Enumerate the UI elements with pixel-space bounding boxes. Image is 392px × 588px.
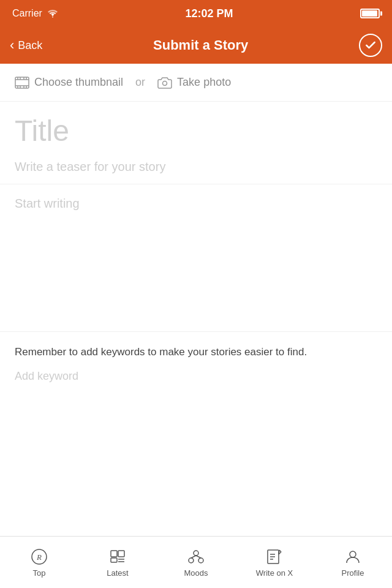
keywords-section: Remember to add keywords to make your st… <box>0 331 392 395</box>
take-photo-button[interactable]: Take photo <box>157 76 231 89</box>
write-svg <box>266 548 283 565</box>
svg-line-23 <box>196 556 201 558</box>
story-placeholder: Start writing <box>15 197 377 211</box>
tab-latest[interactable]: Latest <box>78 543 157 582</box>
nav-bar: ‹ Back Submit a Story <box>0 27 392 64</box>
title-input-area[interactable]: Title <box>0 102 392 154</box>
battery-icon <box>360 9 380 18</box>
or-separator: or <box>135 76 145 89</box>
back-label: Back <box>18 39 42 52</box>
latest-svg <box>109 548 126 565</box>
svg-line-27 <box>279 550 279 554</box>
tab-profile[interactable]: Profile <box>314 543 392 582</box>
chevron-left-icon: ‹ <box>10 37 14 53</box>
keywords-hint: Remember to add keywords to make your st… <box>15 344 377 360</box>
profile-icon <box>344 548 362 566</box>
svg-point-20 <box>189 558 194 563</box>
form-content: Choose thumbnail or Take photo Title Wri… <box>0 64 392 395</box>
tab-write[interactable]: Write on X <box>235 543 314 582</box>
svg-text:R: R <box>36 552 42 562</box>
moods-svg <box>187 548 205 565</box>
choose-thumbnail-button[interactable]: Choose thumbnail <box>15 76 123 89</box>
svg-point-11 <box>163 81 167 85</box>
carrier-label: Carrier <box>12 8 42 19</box>
tab-top[interactable]: R Top <box>0 543 78 582</box>
svg-rect-14 <box>111 551 117 557</box>
top-icon: R <box>30 548 48 566</box>
choose-thumbnail-label: Choose thumbnail <box>34 76 123 89</box>
teaser-input-area[interactable]: Write a teaser for your story <box>0 154 392 184</box>
svg-rect-18 <box>111 558 117 562</box>
tab-moods-label: Moods <box>184 568 208 578</box>
svg-line-22 <box>191 556 196 558</box>
moods-icon <box>187 548 205 566</box>
film-strip-icon <box>15 77 29 89</box>
wifi-icon <box>47 9 58 18</box>
top-svg: R <box>31 548 48 565</box>
film-icon <box>15 77 29 89</box>
latest-icon <box>108 548 127 566</box>
nav-title: Submit a Story <box>153 37 248 53</box>
tab-moods[interactable]: Moods <box>157 543 235 582</box>
write-icon <box>265 548 284 566</box>
svg-point-31 <box>350 551 356 557</box>
tab-bar: R Top Latest Moods <box>0 536 392 588</box>
tab-write-label: Write on X <box>256 568 293 578</box>
profile-svg <box>344 548 361 565</box>
title-placeholder: Title <box>15 114 377 148</box>
status-bar: Carrier 12:02 PM <box>0 0 392 27</box>
tab-profile-label: Profile <box>342 568 364 578</box>
svg-point-19 <box>194 551 198 556</box>
carrier-wifi: Carrier <box>12 8 58 19</box>
svg-point-21 <box>198 558 203 563</box>
camera-icon <box>157 77 172 89</box>
status-time: 12:02 PM <box>185 7 233 20</box>
keyword-input[interactable]: Add keyword <box>15 370 377 383</box>
story-input-area[interactable]: Start writing <box>0 184 392 307</box>
back-button[interactable]: ‹ Back <box>10 37 42 53</box>
tab-top-label: Top <box>33 568 46 578</box>
tab-latest-label: Latest <box>107 568 128 578</box>
teaser-placeholder: Write a teaser for your story <box>15 160 377 174</box>
svg-rect-15 <box>118 551 124 557</box>
take-photo-label: Take photo <box>177 76 231 89</box>
checkmark-icon <box>364 39 377 51</box>
submit-button[interactable] <box>359 34 382 57</box>
thumbnail-row: Choose thumbnail or Take photo <box>0 64 392 102</box>
camera-svg <box>157 77 172 89</box>
